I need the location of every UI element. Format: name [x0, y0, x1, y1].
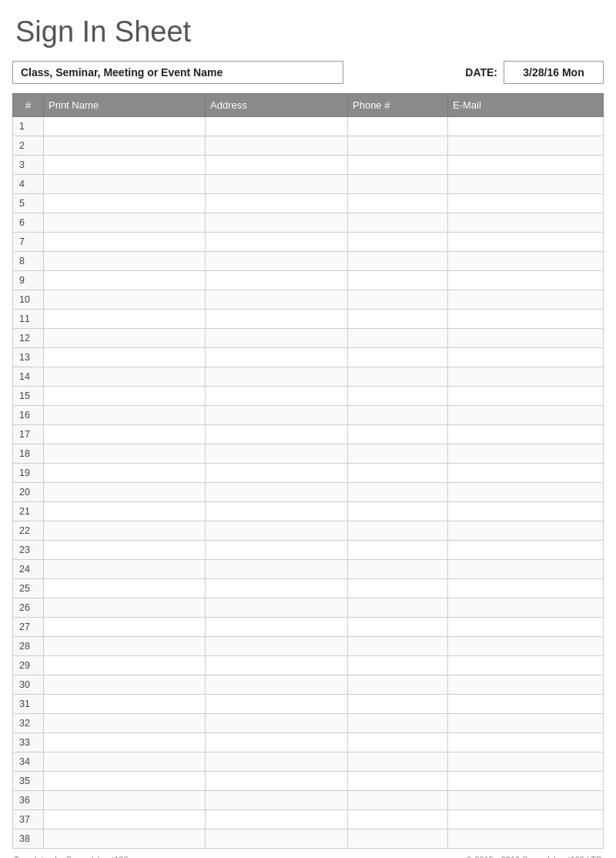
row-name[interactable] — [44, 252, 206, 271]
row-phone[interactable] — [348, 791, 448, 810]
row-name[interactable] — [44, 136, 206, 156]
row-address[interactable] — [206, 290, 348, 310]
row-address[interactable] — [206, 271, 348, 290]
row-name[interactable] — [44, 329, 206, 348]
row-phone[interactable] — [348, 367, 448, 387]
row-phone[interactable] — [348, 483, 448, 502]
row-name[interactable] — [44, 810, 206, 830]
row-address[interactable] — [206, 637, 348, 656]
row-email[interactable] — [448, 213, 604, 233]
row-phone[interactable] — [348, 213, 448, 233]
row-phone[interactable] — [348, 541, 448, 560]
row-phone[interactable] — [348, 329, 448, 348]
row-phone[interactable] — [348, 733, 448, 752]
row-name[interactable] — [44, 656, 206, 675]
row-email[interactable] — [448, 637, 604, 656]
row-phone[interactable] — [348, 425, 448, 444]
row-email[interactable] — [448, 233, 604, 252]
row-name[interactable] — [44, 752, 206, 772]
row-address[interactable] — [206, 830, 348, 849]
row-email[interactable] — [448, 502, 604, 521]
row-address[interactable] — [206, 675, 348, 695]
row-address[interactable] — [206, 252, 348, 271]
row-address[interactable] — [206, 117, 348, 136]
row-email[interactable] — [448, 387, 604, 406]
row-phone[interactable] — [348, 175, 448, 194]
row-email[interactable] — [448, 406, 604, 425]
row-name[interactable] — [44, 675, 206, 695]
row-name[interactable] — [44, 464, 206, 483]
row-name[interactable] — [44, 387, 206, 406]
row-email[interactable] — [448, 579, 604, 598]
row-email[interactable] — [448, 117, 604, 136]
row-phone[interactable] — [348, 810, 448, 830]
row-address[interactable] — [206, 695, 348, 714]
row-phone[interactable] — [348, 156, 448, 175]
row-phone[interactable] — [348, 695, 448, 714]
row-email[interactable] — [448, 598, 604, 618]
row-email[interactable] — [448, 444, 604, 464]
row-email[interactable] — [448, 194, 604, 213]
row-name[interactable] — [44, 483, 206, 502]
row-name[interactable] — [44, 406, 206, 425]
row-email[interactable] — [448, 464, 604, 483]
row-name[interactable] — [44, 233, 206, 252]
row-address[interactable] — [206, 483, 348, 502]
row-name[interactable] — [44, 175, 206, 194]
row-phone[interactable] — [348, 560, 448, 579]
row-phone[interactable] — [348, 117, 448, 136]
row-name[interactable] — [44, 271, 206, 290]
row-email[interactable] — [448, 791, 604, 810]
row-email[interactable] — [448, 772, 604, 791]
row-address[interactable] — [206, 310, 348, 329]
row-name[interactable] — [44, 367, 206, 387]
row-email[interactable] — [448, 714, 604, 733]
row-phone[interactable] — [348, 502, 448, 521]
row-email[interactable] — [448, 310, 604, 329]
row-address[interactable] — [206, 406, 348, 425]
row-name[interactable] — [44, 733, 206, 752]
row-address[interactable] — [206, 156, 348, 175]
row-name[interactable] — [44, 541, 206, 560]
row-email[interactable] — [448, 675, 604, 695]
row-name[interactable] — [44, 425, 206, 444]
row-email[interactable] — [448, 656, 604, 675]
row-name[interactable] — [44, 579, 206, 598]
row-email[interactable] — [448, 810, 604, 830]
row-phone[interactable] — [348, 290, 448, 310]
row-name[interactable] — [44, 348, 206, 367]
row-address[interactable] — [206, 598, 348, 618]
row-phone[interactable] — [348, 637, 448, 656]
row-name[interactable] — [44, 560, 206, 579]
row-name[interactable] — [44, 714, 206, 733]
row-address[interactable] — [206, 560, 348, 579]
row-address[interactable] — [206, 579, 348, 598]
row-address[interactable] — [206, 791, 348, 810]
row-email[interactable] — [448, 290, 604, 310]
row-email[interactable] — [448, 367, 604, 387]
row-email[interactable] — [448, 618, 604, 637]
row-name[interactable] — [44, 830, 206, 849]
row-name[interactable] — [44, 637, 206, 656]
row-name[interactable] — [44, 772, 206, 791]
row-phone[interactable] — [348, 387, 448, 406]
row-email[interactable] — [448, 752, 604, 772]
row-phone[interactable] — [348, 714, 448, 733]
row-name[interactable] — [44, 213, 206, 233]
row-email[interactable] — [448, 733, 604, 752]
row-address[interactable] — [206, 329, 348, 348]
row-phone[interactable] — [348, 656, 448, 675]
row-phone[interactable] — [348, 579, 448, 598]
row-address[interactable] — [206, 656, 348, 675]
row-email[interactable] — [448, 541, 604, 560]
row-email[interactable] — [448, 560, 604, 579]
row-phone[interactable] — [348, 618, 448, 637]
row-address[interactable] — [206, 714, 348, 733]
row-address[interactable] — [206, 367, 348, 387]
row-name[interactable] — [44, 310, 206, 329]
row-address[interactable] — [206, 348, 348, 367]
row-phone[interactable] — [348, 194, 448, 213]
row-name[interactable] — [44, 618, 206, 637]
row-address[interactable] — [206, 194, 348, 213]
row-email[interactable] — [448, 830, 604, 849]
